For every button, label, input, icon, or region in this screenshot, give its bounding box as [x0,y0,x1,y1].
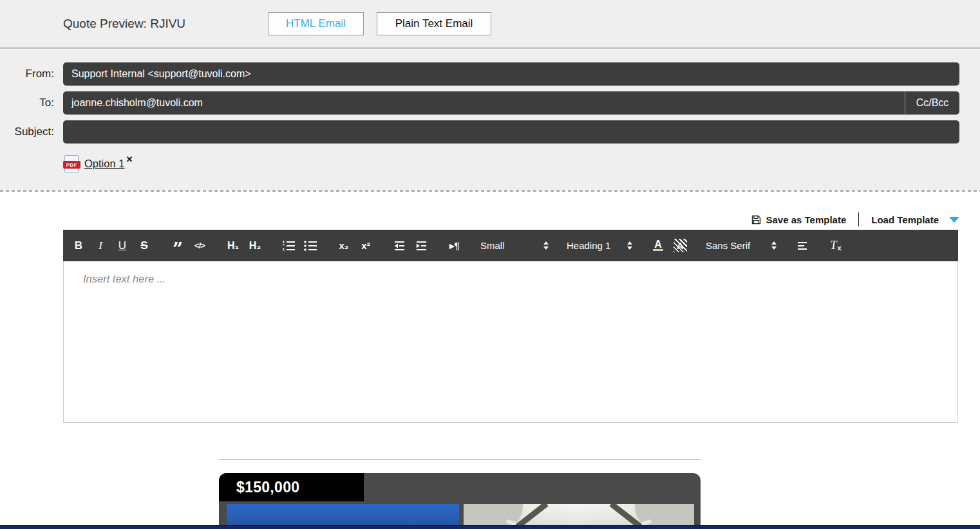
header-separator [0,47,980,49]
price-value: $150,000 [236,479,299,496]
preview-divider [219,459,701,460]
underline-button[interactable]: U [115,237,130,254]
html-email-button[interactable]: HTML Email [268,12,364,35]
load-template-label: Load Template [871,214,939,225]
subject-field[interactable] [63,120,959,144]
from-row: From: Support Internal <support@tuvoli.c… [0,62,980,86]
from-label: From: [0,68,54,80]
ordered-list-icon[interactable] [281,237,296,254]
top-bar: Quote Preview: RJIVU HTML Email Plain Te… [0,0,980,47]
page-title: Quote Preview: RJIVU [63,0,185,47]
text-color-button[interactable]: A [650,237,666,254]
strikethrough-button[interactable]: S [137,237,152,254]
superscript-button[interactable]: x² [358,237,373,254]
font-family-value: Sans Serif [706,240,771,251]
background-color-button[interactable]: A [672,237,688,254]
subject-row: Subject: [0,120,980,144]
attachment-link[interactable]: Option 1 [84,158,124,170]
heading-2-button[interactable]: H₂ [247,237,263,254]
pdf-icon-badge: PDF [63,161,80,169]
background-color-icon: A [674,239,687,252]
text-direction-button[interactable]: ▸¶ [447,237,462,254]
code-block-button[interactable]: </> [192,237,207,254]
updown-arrows-icon [627,241,632,250]
clear-formatting-t: T [830,239,836,252]
blockquote-button[interactable]: ” [170,237,185,254]
heading-1-button[interactable]: H₁ [225,237,241,254]
bullet-list-icon[interactable] [303,237,318,254]
bottom-navy-bar [0,525,980,529]
align-icon[interactable] [795,237,810,254]
quote-preview-page: Quote Preview: RJIVU HTML Email Plain Te… [0,0,980,529]
italic-button[interactable]: I [93,237,108,254]
clear-formatting-button[interactable]: Tx [828,237,843,254]
to-row: To: joanne.chisholm@tuvoli.com Cc/Bcc [0,91,980,115]
compose-section: From: Support Internal <support@tuvoli.c… [0,50,980,190]
remove-attachment-icon[interactable]: ✕ [126,154,133,164]
subscript-button[interactable]: x₂ [336,237,352,254]
outdent-icon[interactable] [391,237,407,254]
clear-formatting-x: x [837,244,841,252]
text-color-icon: A [653,240,663,251]
save-icon [751,215,761,225]
bold-button[interactable]: B [71,237,86,254]
editor-toolbar: B I U S ” </> H₁ H₂ x₂ x² [63,230,958,261]
email-body-editor[interactable]: Insert text here ... [63,261,958,423]
template-actions: Save as Template Load Template [751,211,959,228]
heading-value: Heading 1 [567,240,627,251]
heading-picker[interactable]: Heading 1 [567,240,632,251]
chevron-down-icon [949,217,959,223]
indent-icon[interactable] [413,237,429,254]
save-as-template-label: Save as Template [766,214,846,225]
quote-preview-card: $150,000 [219,473,701,529]
save-as-template-button[interactable]: Save as Template [751,214,846,225]
pdf-icon: PDF [64,155,79,172]
updown-arrows-icon [543,241,549,250]
compose-separator [0,190,980,192]
font-size-value: Small [480,240,543,251]
editor-placeholder: Insert text here ... [83,273,165,285]
attachment: PDF Option 1 ✕ [64,155,133,172]
from-field[interactable]: Support Internal <support@tuvoli.com> [63,62,959,86]
subject-label: Subject: [0,125,54,138]
template-actions-divider [858,212,859,227]
font-family-picker[interactable]: Sans Serif [706,240,777,251]
load-template-button[interactable]: Load Template [871,214,959,225]
to-label: To: [0,97,54,109]
to-value: joanne.chisholm@tuvoli.com [63,97,905,109]
plain-text-email-button[interactable]: Plain Text Email [377,12,491,35]
price-banner: $150,000 [219,473,364,501]
font-size-picker[interactable]: Small [480,240,549,251]
from-value: Support Internal <support@tuvoli.com> [63,68,959,80]
updown-arrows-icon [771,241,777,250]
cc-bcc-button[interactable]: Cc/Bcc [905,91,959,115]
to-field[interactable]: joanne.chisholm@tuvoli.com Cc/Bcc [63,91,959,115]
